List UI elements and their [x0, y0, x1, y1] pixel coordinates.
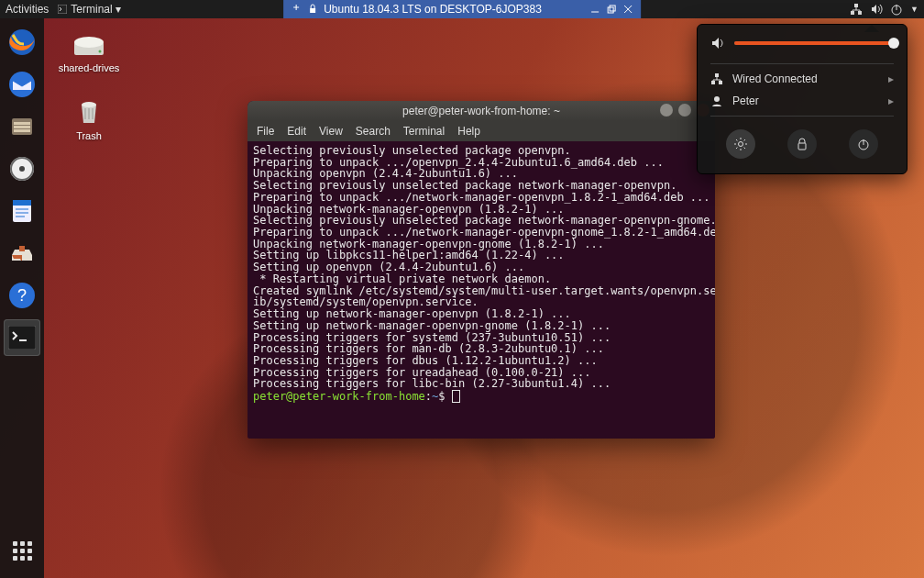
- separator: [710, 116, 894, 117]
- menu-help[interactable]: Help: [457, 125, 480, 138]
- svg-text:?: ?: [17, 286, 27, 305]
- sysmenu-row-label: Peter: [732, 94, 759, 107]
- desktop-icon-label: shared-drives: [59, 62, 120, 73]
- menu-view[interactable]: View: [319, 125, 343, 138]
- rdp-title-bar: Ubuntu 18.04.3 LTS on DESKTOP-6JOP383: [283, 0, 641, 18]
- chevron-right-icon: ▸: [888, 72, 894, 85]
- svg-point-25: [99, 50, 102, 53]
- rdp-title: Ubuntu 18.04.3 LTS on DESKTOP-6JOP383: [324, 3, 542, 16]
- user-icon: [710, 94, 723, 107]
- svg-rect-29: [715, 73, 719, 77]
- close-icon[interactable]: [622, 4, 633, 15]
- top-bar: Activities Terminal ▾ Ubuntu 18.04.3 LTS…: [0, 0, 924, 18]
- volume-slider[interactable]: [734, 41, 894, 45]
- menu-file[interactable]: File: [257, 125, 274, 138]
- apps-grid-icon: [13, 541, 31, 560]
- app-menu-label: Terminal ▾: [71, 3, 121, 16]
- svg-rect-3: [610, 6, 615, 11]
- terminal-window: peter@peter-work-from-home: ~ File Edit …: [248, 101, 715, 439]
- svg-rect-27: [711, 81, 715, 84]
- menu-terminal[interactable]: Terminal: [403, 125, 445, 138]
- svg-point-16: [19, 166, 25, 172]
- chevron-right-icon: ▸: [888, 94, 894, 107]
- svg-rect-22: [8, 326, 36, 350]
- svg-point-31: [739, 142, 743, 147]
- terminal-output[interactable]: Selecting previously unselected package …: [248, 141, 715, 439]
- maximize-button[interactable]: [678, 104, 691, 117]
- dock-firefox[interactable]: [4, 24, 40, 61]
- dock-thunderbird[interactable]: [4, 66, 40, 103]
- terminal-icon: [58, 5, 67, 14]
- svg-rect-4: [851, 11, 854, 15]
- svg-rect-12: [14, 126, 30, 128]
- desktop-icon-shared-drives[interactable]: shared-drives: [57, 29, 121, 73]
- lock-icon: [795, 137, 809, 151]
- power-status-icon[interactable]: [890, 3, 903, 16]
- lock-icon: [307, 4, 318, 15]
- sysmenu-row-label: Wired Connected: [732, 72, 818, 85]
- terminal-title: peter@peter-work-from-home: ~: [402, 105, 560, 117]
- svg-rect-11: [14, 122, 30, 125]
- settings-icon: [733, 137, 748, 151]
- svg-rect-18: [13, 200, 31, 206]
- separator: [710, 63, 894, 64]
- activities-button[interactable]: Activities: [6, 3, 49, 16]
- terminal-title-bar[interactable]: peter@peter-work-from-home: ~: [248, 101, 715, 121]
- svg-rect-0: [58, 5, 67, 14]
- desktop-icon-trash[interactable]: Trash: [57, 97, 121, 141]
- dock: ?: [0, 18, 44, 578]
- network-status-icon[interactable]: [850, 3, 863, 16]
- minimize-button[interactable]: [660, 104, 673, 117]
- svg-rect-2: [608, 7, 613, 13]
- restore-icon[interactable]: [606, 4, 617, 15]
- svg-rect-5: [858, 11, 862, 15]
- menu-edit[interactable]: Edit: [287, 125, 306, 138]
- lock-button[interactable]: [787, 129, 817, 159]
- wired-icon: [710, 72, 723, 85]
- dock-writer[interactable]: [4, 193, 40, 229]
- power-icon: [856, 137, 871, 151]
- terminal-menubar: File Edit View Search Terminal Help: [248, 121, 715, 141]
- app-menu-button[interactable]: Terminal ▾: [58, 3, 121, 16]
- settings-button[interactable]: [726, 129, 755, 159]
- dock-files[interactable]: [4, 108, 40, 145]
- sysmenu-network[interactable]: Wired Connected ▸: [710, 68, 894, 90]
- system-menu: Wired Connected ▸ Peter ▸: [697, 24, 908, 174]
- dock-software[interactable]: [4, 235, 40, 272]
- svg-rect-6: [854, 4, 858, 7]
- volume-icon: [710, 36, 725, 50]
- show-applications[interactable]: [4, 532, 40, 569]
- menu-search[interactable]: Search: [356, 125, 390, 138]
- dock-help[interactable]: ?: [4, 277, 40, 314]
- power-button[interactable]: [849, 129, 878, 159]
- minimize-icon[interactable]: [589, 4, 600, 15]
- svg-rect-1: [310, 8, 315, 13]
- svg-point-24: [74, 37, 104, 48]
- svg-rect-28: [719, 81, 722, 84]
- chevron-down-icon[interactable]: ▼: [910, 5, 918, 14]
- desktop-icon-label: Trash: [76, 130, 102, 141]
- volume-status-icon[interactable]: [870, 3, 883, 16]
- dock-terminal[interactable]: [4, 319, 40, 356]
- svg-rect-19: [19, 246, 25, 251]
- pin-icon[interactable]: [291, 4, 302, 15]
- dock-rhythmbox[interactable]: [4, 150, 40, 187]
- svg-point-26: [82, 102, 96, 107]
- svg-rect-32: [798, 143, 806, 150]
- svg-point-30: [714, 96, 720, 102]
- sysmenu-user[interactable]: Peter ▸: [710, 90, 894, 112]
- svg-rect-13: [14, 129, 30, 132]
